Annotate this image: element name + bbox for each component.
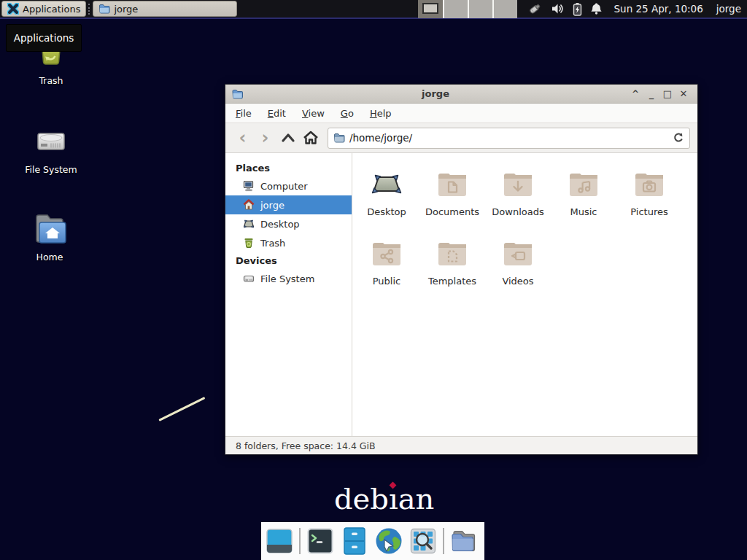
workspace-window-preview	[422, 3, 438, 14]
shade-button[interactable]: ^	[627, 85, 643, 103]
file-grid: Desktop	[354, 166, 682, 305]
back-button[interactable]: ‹	[233, 128, 252, 148]
file-item-downloads[interactable]: Downloads	[485, 166, 551, 236]
file-manager-launcher[interactable]	[449, 526, 479, 556]
up-button[interactable]	[278, 128, 298, 148]
reload-button[interactable]	[673, 132, 684, 144]
sidebar-item-jorge[interactable]: jorge	[225, 195, 352, 214]
file-item-public[interactable]: Public	[354, 236, 419, 305]
toolbar: ‹ ›	[225, 123, 697, 153]
debian-wordmark: debıan	[334, 482, 434, 516]
app-finder-icon	[409, 527, 437, 555]
forward-icon: ›	[262, 129, 269, 147]
workspace-3[interactable]	[468, 0, 492, 18]
forward-button[interactable]: ›	[255, 128, 275, 148]
file-item-label: Public	[373, 276, 400, 287]
close-button[interactable]: ✕	[676, 85, 692, 103]
file-item-templates[interactable]: Templates	[419, 236, 485, 305]
applications-menu-label: Applications	[23, 4, 80, 15]
pictures-folder-icon	[632, 166, 667, 201]
app-finder-launcher[interactable]	[409, 526, 438, 556]
panel-handle[interactable]	[88, 4, 90, 15]
sidebar-item-label: File System	[260, 273, 314, 284]
maximize-button[interactable]: □	[659, 85, 676, 103]
desktop-icon-label: File System	[25, 164, 77, 175]
file-cabinet-launcher[interactable]	[340, 526, 369, 556]
reload-icon	[673, 132, 684, 144]
drive-icon	[32, 122, 70, 160]
file-item-videos[interactable]: Videos	[485, 236, 551, 305]
terminal-launcher[interactable]	[306, 526, 335, 556]
clock[interactable]: Sun 25 Apr, 10:06	[614, 3, 703, 15]
sidebar-item-file-system[interactable]: File System	[225, 269, 352, 288]
notifications-icon[interactable]	[590, 2, 603, 15]
status-text: 8 folders, Free space: 14.4 GiB	[236, 440, 376, 451]
folder-icon	[98, 3, 110, 15]
window-body: Places Computer	[225, 153, 697, 436]
sidebar-header-places: Places	[225, 160, 352, 176]
panel-clock-area: Sun 25 Apr, 10:06 jorge	[614, 3, 742, 15]
dock-panel	[261, 522, 484, 560]
file-item-label: Videos	[502, 276, 533, 287]
desktop-icon-file-system[interactable]: File System	[20, 122, 82, 175]
applications-menu-button[interactable]: Applications	[1, 1, 86, 17]
file-cabinet-icon	[342, 526, 367, 556]
top-panel: Applications jorge	[0, 0, 747, 19]
file-view: Desktop	[352, 153, 697, 436]
file-item-pictures[interactable]: Pictures	[616, 166, 682, 236]
file-item-label: Music	[570, 206, 597, 217]
file-item-desktop[interactable]: Desktop	[354, 166, 419, 236]
workspace-1[interactable]	[418, 0, 443, 18]
sidebar-item-label: Trash	[260, 238, 285, 249]
minimize-button[interactable]: _	[643, 89, 659, 99]
sidebar: Places Computer	[225, 153, 352, 436]
window-title: jorge	[244, 88, 627, 99]
peripheral-icon[interactable]	[527, 1, 543, 16]
home-button[interactable]	[301, 128, 320, 148]
workspace-switcher	[418, 0, 517, 18]
menu-go[interactable]: Go	[333, 105, 362, 122]
file-item-label: Documents	[425, 206, 479, 217]
workspace-4[interactable]	[492, 0, 517, 18]
sidebar-item-desktop[interactable]: Desktop	[225, 214, 352, 233]
session-username[interactable]: jorge	[716, 3, 741, 15]
desktop: Applications jorge	[0, 0, 747, 560]
menu-help[interactable]: Help	[362, 105, 400, 122]
menu-file[interactable]: File	[228, 105, 260, 122]
file-manager-icon	[449, 527, 479, 555]
dock-separator	[443, 528, 444, 554]
music-folder-icon	[566, 166, 601, 201]
battery-icon[interactable]	[573, 2, 582, 16]
desktop-icon-label: Home	[36, 252, 63, 262]
location-bar[interactable]	[328, 128, 690, 149]
xfce-logo-icon	[7, 3, 19, 15]
file-item-label: Downloads	[492, 206, 543, 217]
back-icon: ‹	[239, 129, 247, 147]
show-desktop-button[interactable]	[265, 526, 294, 556]
volume-icon[interactable]	[551, 2, 565, 15]
taskbar-window-button[interactable]: jorge	[93, 1, 237, 17]
workspace-2[interactable]	[443, 0, 468, 18]
menu-edit[interactable]: Edit	[260, 105, 294, 122]
menu-view[interactable]: View	[294, 105, 333, 122]
documents-folder-icon	[435, 166, 470, 201]
sidebar-item-label: jorge	[260, 200, 285, 211]
sidebar-item-label: Desktop	[260, 219, 300, 230]
file-item-label: Pictures	[630, 206, 667, 217]
sidebar-header-devices: Devices	[225, 252, 352, 269]
window-titlebar[interactable]: jorge ^ _ □ ✕	[225, 85, 697, 104]
annotation-stroke	[158, 397, 205, 421]
sidebar-item-computer[interactable]: Computer	[225, 176, 352, 195]
wordmark-part1: deb	[334, 482, 389, 516]
file-item-label: Templates	[428, 276, 476, 287]
drive-icon	[243, 273, 255, 284]
menubar: File Edit View Go Help	[225, 104, 697, 123]
path-input[interactable]	[349, 132, 668, 144]
sidebar-item-trash[interactable]: Trash	[225, 233, 352, 252]
desktop-icon-home[interactable]: Home	[19, 210, 80, 262]
path-folder-icon	[333, 132, 345, 144]
file-item-music[interactable]: Music	[551, 166, 616, 236]
web-browser-launcher[interactable]	[374, 526, 403, 556]
home-icon	[243, 199, 255, 211]
file-item-documents[interactable]: Documents	[419, 166, 485, 236]
